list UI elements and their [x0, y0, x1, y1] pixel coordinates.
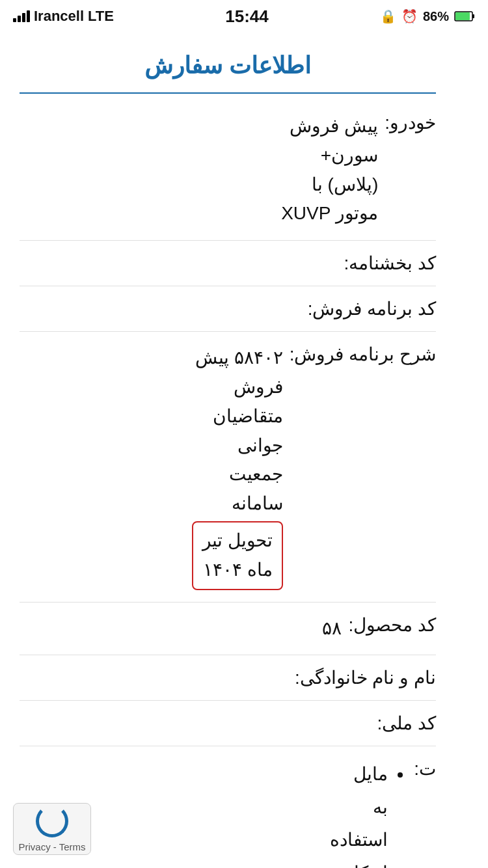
recaptcha-badge: Privacy - Terms [13, 803, 91, 855]
row-full-name: نام و نام خانوادگی: [20, 655, 436, 701]
row-national-id: کد ملی: [20, 701, 436, 746]
row-product-code: کد محصول: ۵۸ [20, 603, 436, 656]
main-content: اطلاعات سفارش خودرو: پیش فروشسورن+(پلاس)… [0, 33, 488, 868]
row-vehicle: خودرو: پیش فروشسورن+(پلاس) باموتور XUVP [20, 100, 436, 241]
lock-icon: 🔒 [380, 8, 396, 24]
label-full-name: نام و نام خانوادگی: [288, 667, 436, 688]
label-sales-program-code: کد برنامه فروش: [301, 298, 436, 319]
page-title: اطلاعات سفارش [20, 33, 436, 94]
status-bar: Irancell LTE 15:44 🔒 ⏰ 86% [0, 0, 488, 33]
value-product-code: ۵۸ [20, 614, 342, 644]
alarm-icon: ⏰ [401, 8, 418, 24]
clock: 15:44 [225, 7, 269, 27]
recaptcha-spinner-icon [36, 805, 68, 837]
signal-icon [13, 10, 30, 22]
status-left: Irancell LTE [13, 8, 114, 25]
row-department-code: کد بخشنامه: [20, 241, 436, 286]
label-gold-card: ت: [407, 758, 436, 780]
label-department-code: کد بخشنامه: [337, 252, 436, 274]
delivery-date-box: تحویل تیرماه ۱۴۰۴ [192, 521, 283, 590]
row-sales-program-code: کد برنامه فروش: [20, 286, 436, 332]
status-right: 🔒 ⏰ 86% [380, 8, 475, 24]
svg-rect-1 [472, 14, 474, 18]
label-sales-description: شرح برنامه فروش: [283, 344, 436, 365]
recaptcha-privacy-terms: Privacy - Terms [18, 840, 85, 854]
row-sales-description: شرح برنامه فروش: ۵۸۴۰۲ پیشفروشمتقاضیانجو… [20, 332, 436, 602]
value-vehicle: پیش فروشسورن+(پلاس) باموتور XUVP [20, 112, 378, 228]
label-product-code: کد محصول: [342, 614, 436, 636]
label-national-id: کد ملی: [370, 712, 436, 734]
battery-icon [454, 10, 475, 22]
label-vehicle: خودرو: [378, 112, 436, 133]
value-sales-description: ۵۸۴۰۲ پیشفروشمتقاضیانجوانیجمعیتسامانه تح… [20, 344, 283, 590]
network-type-label: LTE [88, 8, 114, 25]
battery-percent: 86% [423, 9, 449, 24]
carrier-label: Irancell [34, 8, 84, 25]
svg-rect-2 [455, 12, 470, 20]
